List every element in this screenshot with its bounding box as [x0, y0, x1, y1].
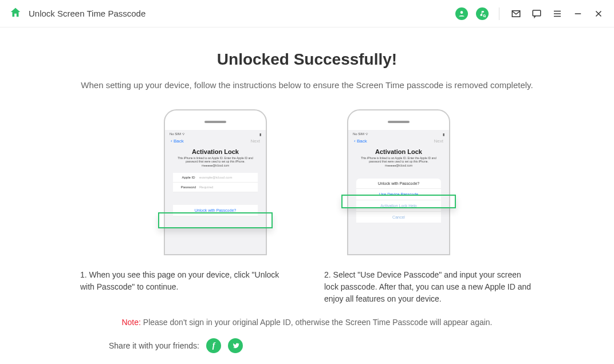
- next-button: Next: [434, 139, 443, 144]
- activation-lock-title: Activation Lock: [351, 148, 447, 155]
- use-device-passcode-link: Use Device Passcode: [356, 189, 441, 200]
- back-button: ‹ Back: [354, 139, 367, 144]
- status-left: No SIM ᯤ: [170, 132, 186, 136]
- svg-rect-3: [533, 10, 541, 16]
- share-facebook-button[interactable]: f: [206, 338, 221, 353]
- success-subtitle: When setting up your device, follow the …: [69, 79, 545, 92]
- status-right: ▮: [443, 132, 444, 136]
- activation-lock-text: This iPhone is linked to an Apple ID. En…: [167, 155, 263, 169]
- minimize-button[interactable]: [572, 7, 584, 20]
- svg-point-0: [460, 11, 463, 14]
- step-2-text: 2. Select "Use Device Passcode" and inpu…: [324, 269, 534, 305]
- share-twitter-button[interactable]: [228, 338, 243, 353]
- main-content: Unlocked Successfully! When setting up y…: [0, 27, 614, 353]
- note-body: Please don't sign in your original Apple…: [141, 318, 493, 327]
- activation-lock-title: Activation Lock: [167, 148, 263, 155]
- phone-step-1: No SIM ᯤ ▮ ‹ Back Next Activation Lock T…: [158, 109, 273, 255]
- activation-lock-text: This iPhone is linked to an Apple ID. En…: [351, 155, 447, 169]
- phone-frame: No SIM ᯤ ▮ ‹ Back Next Activation Lock T…: [164, 109, 267, 255]
- phone-speaker: [204, 121, 226, 123]
- password-row: Password Required: [173, 183, 258, 192]
- note-label: Note:: [121, 318, 140, 327]
- phone-frame: No SIM ᯤ ▮ ‹ Back Next Activation Lock T…: [347, 109, 450, 255]
- menu-icon[interactable]: [551, 7, 564, 20]
- phone-speaker: [388, 121, 410, 123]
- appleid-row: Apple ID example@icloud.com: [173, 173, 258, 183]
- cancel-link: Cancel: [356, 212, 441, 223]
- popup-title: Unlock with Passcode?: [356, 179, 441, 189]
- unlock-passcode-link: Unlock with Passcode?: [173, 205, 258, 216]
- status-left: No SIM ᯤ: [353, 132, 369, 136]
- phone-screen: No SIM ᯤ ▮ ‹ Back Next Activation Lock T…: [165, 130, 266, 255]
- step-1-text: 1. When you see this page on your device…: [80, 269, 290, 305]
- header-icons: [455, 7, 605, 20]
- close-button[interactable]: [592, 7, 605, 20]
- home-icon[interactable]: [9, 6, 22, 21]
- share-label: Share it with your friends:: [109, 341, 199, 350]
- share-row: Share it with your friends: f: [69, 338, 545, 353]
- instruction-steps: 1. When you see this page on your device…: [69, 269, 545, 305]
- activation-lock-help-link: Activation Lock Help: [356, 200, 441, 212]
- music-search-icon[interactable]: [476, 7, 489, 20]
- instruction-phones: No SIM ᯤ ▮ ‹ Back Next Activation Lock T…: [69, 109, 545, 255]
- feedback-icon[interactable]: [530, 7, 543, 20]
- app-header: Unlock Screen Time Passcode: [0, 0, 614, 27]
- back-button: ‹ Back: [171, 139, 184, 144]
- success-title: Unlocked Successfully!: [69, 50, 545, 69]
- note-text: Note: Please don't sign in your original…: [69, 318, 545, 327]
- status-right: ▮: [259, 132, 261, 136]
- phone-screen: No SIM ᯤ ▮ ‹ Back Next Activation Lock T…: [348, 130, 449, 255]
- user-icon[interactable]: [455, 7, 468, 20]
- mail-icon[interactable]: [510, 7, 522, 20]
- phone-step-2: No SIM ᯤ ▮ ‹ Back Next Activation Lock T…: [341, 109, 456, 255]
- page-title: Unlock Screen Time Passcode: [29, 9, 145, 18]
- separator: [499, 7, 499, 20]
- next-button: Next: [251, 139, 260, 144]
